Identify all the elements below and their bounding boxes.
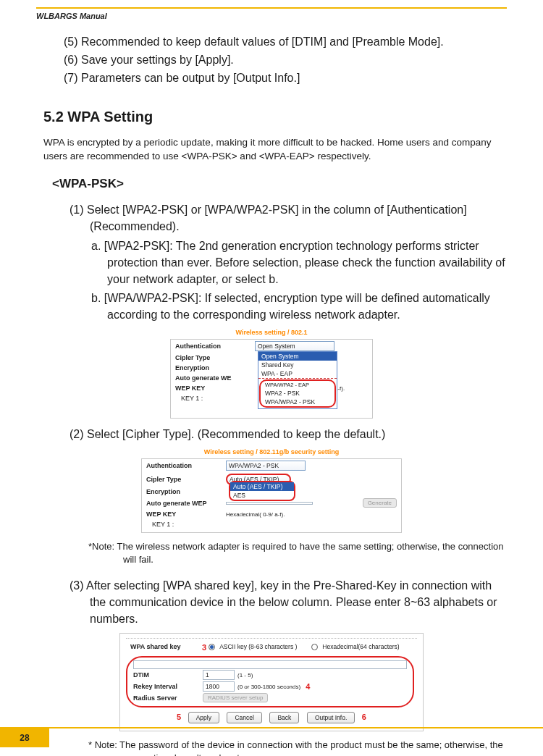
label-authentication: Authentication (175, 343, 255, 350)
output-info-button[interactable]: Output Info. (307, 712, 355, 723)
step-1b: b. [WPA/WPA2-PSK]: If selected, encrypti… (36, 290, 507, 323)
label-cipher: Cipler Type (146, 476, 226, 483)
callout-number-3: 3 (200, 643, 209, 652)
shared-key-input[interactable] (133, 660, 407, 669)
list-item: (5) Recommended to keep default values o… (64, 33, 507, 50)
label-key1: KEY 1 : (146, 521, 226, 528)
autogen-input[interactable] (226, 502, 313, 505)
dropdown-option[interactable]: AES (230, 491, 294, 500)
label-autogen: Auto generate WE (175, 374, 255, 382)
generate-button[interactable]: Generate (363, 498, 397, 508)
figure-shared-key: WPA shared key 3 ASCII key (8-63 charact… (119, 633, 424, 731)
figure-title: Wireless setting / 802.11g/b security se… (141, 448, 402, 455)
dropdown-option[interactable]: WPA - EAP (258, 369, 337, 379)
dropdown-option[interactable]: WPA/WPA2 - EAP (262, 381, 333, 389)
label-authentication: Authentication (146, 462, 226, 469)
label-cipher: Cipler Type (175, 354, 255, 361)
step-1a: a. [WPA2-PSK]: The 2nd generation encryp… (36, 238, 507, 288)
radio-ascii-label: ASCII key (8-63 characters ) (219, 643, 297, 650)
label-rekey: Rekey Interval (133, 683, 203, 690)
step-1: (1) Select [WPA2-PSK] or [WPA/WPA2-PSK] … (36, 201, 507, 235)
callout-number-5: 5 (174, 713, 183, 721)
highlight-circle-icon: WPA/WPA2 - EAP WPA2 - PSK WPA/WPA2 - PSK (259, 379, 336, 408)
radio-ascii[interactable] (209, 644, 215, 650)
label-encryption: Encryption (175, 364, 255, 371)
auth-dropdown-open[interactable]: Open System Shared Key WPA - EAP WPA/WPA… (258, 351, 337, 409)
step-2: (2) Select [Cipher Type]. (Recommended t… (36, 426, 507, 442)
footer-rule (0, 727, 543, 728)
back-button[interactable]: Back (269, 712, 299, 723)
subsection-heading: <WPA-PSK> (36, 177, 507, 191)
label-radius: Radius Server (133, 694, 203, 702)
list-item: (7) Parameters can be output by [Output … (64, 70, 507, 86)
auth-select[interactable]: WPA/WPA2 - PSK (226, 461, 306, 471)
cancel-button[interactable]: Cancel (227, 712, 261, 723)
page-number: 28 (0, 728, 49, 747)
note-text: *Note: The wireless network adapter is r… (36, 540, 507, 566)
continued-list: (5) Recommended to keep default values o… (36, 33, 507, 87)
dtim-input[interactable]: 1 (203, 670, 235, 680)
callout-number-4: 4 (303, 682, 312, 691)
dropdown-option[interactable]: WPA/WPA2 - PSK (262, 398, 333, 406)
apply-button[interactable]: Apply (188, 712, 219, 723)
radio-hex[interactable] (311, 644, 318, 650)
dropdown-option[interactable]: Open System (258, 352, 337, 361)
note-text: * Note: The password of the device in co… (36, 739, 507, 756)
label-dtim: DTIM (133, 671, 203, 679)
step-3: (3) After selecting [WPA shared key], ke… (36, 577, 507, 628)
wep-hint: Hexadecimal( 0-9/ a-f). (226, 511, 285, 518)
label-encryption: Encryption (146, 488, 226, 495)
list-item: (6) Save your settings by [Apply]. (64, 51, 507, 68)
callout-number-6: 6 (360, 713, 369, 721)
section-intro: WPA is encrypted by a periodic update, m… (36, 135, 507, 164)
figure-title: Wireless setting / 802.1 (170, 329, 373, 336)
radius-setup-button[interactable]: RADIUS server setup (203, 693, 268, 702)
label-autogen: Auto generate WEP (146, 500, 226, 507)
label-key1: KEY 1 : (175, 395, 255, 402)
dtim-hint: (1 - 5) (237, 672, 253, 679)
auth-select-closed[interactable]: Open System (255, 341, 334, 351)
label-wepkey: WEP KEY (146, 511, 226, 518)
dropdown-option[interactable]: WPA2 - PSK (262, 389, 333, 398)
running-header: WLBARGS Manual (36, 12, 507, 20)
dropdown-option[interactable]: Auto (AES / TKIP) (230, 482, 294, 491)
rekey-input[interactable]: 1800 (203, 681, 235, 692)
highlight-circle-icon: DTIM 1 (1 - 5) Rekey Interval 1800 (0 or… (126, 656, 414, 707)
label-wepkey: WEP KEY (175, 385, 255, 392)
figure-auth-dropdown: Wireless setting / 802.1 Authentication … (170, 329, 373, 419)
cipher-dropdown-open[interactable]: Auto (AES / TKIP) AES (229, 481, 295, 501)
rekey-hint: (0 or 300-1800 seconds) (237, 684, 300, 690)
label-shared-key: WPA shared key (130, 643, 200, 650)
section-heading: 5.2 WPA Setting (36, 109, 507, 125)
radio-hex-label: Hexadecimal(64 characters) (322, 643, 399, 650)
dropdown-option[interactable]: Shared Key (258, 361, 337, 369)
figure-cipher-dropdown: Wireless setting / 802.11g/b security se… (141, 448, 402, 533)
